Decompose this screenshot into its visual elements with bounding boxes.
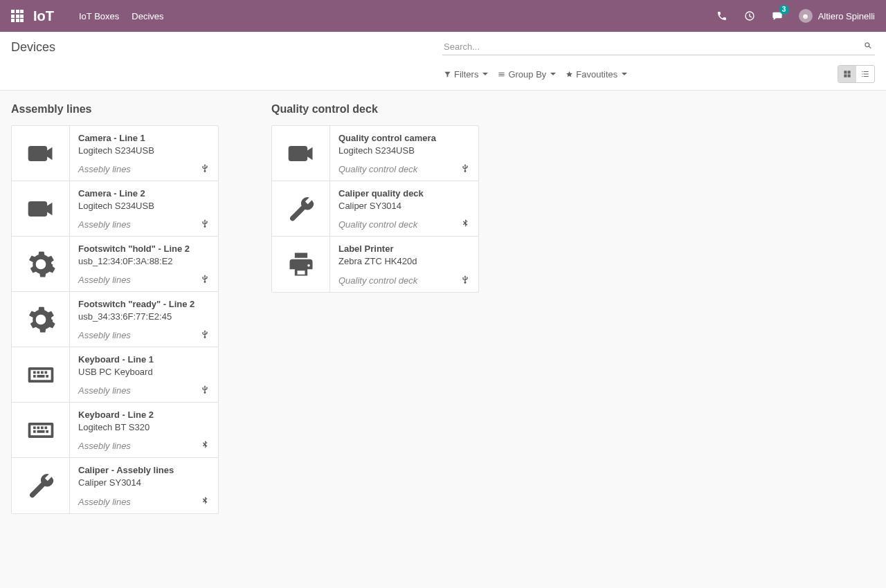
chevron-down-icon [550, 73, 556, 75]
camera-icon [272, 126, 330, 181]
device-card[interactable]: Label PrinterZebra ZTC HK420dQuality con… [272, 237, 478, 292]
card-body: Keyboard - Line 2Logitech BT S320Assebly… [70, 403, 218, 457]
user-name: Altiero Spinelli [818, 11, 875, 21]
device-title: Camera - Line 1 [78, 133, 210, 143]
search-icon[interactable] [861, 39, 875, 53]
device-card[interactable]: Quality control cameraLogitech S234USBQu… [272, 126, 478, 181]
card-body: Footswitch "ready" - Line 2usb_34:33:6F:… [70, 292, 218, 347]
device-subtitle: Logitech S234USB [78, 201, 210, 211]
device-card[interactable]: Caliper - Assebly linesCaliper SY3014Ass… [12, 458, 218, 513]
view-kanban-button[interactable] [838, 66, 856, 82]
card-footer: Assebly lines [78, 385, 210, 396]
chat-icon[interactable]: 3 [771, 10, 784, 22]
device-card[interactable]: Keyboard - Line 1USB PC KeyboardAssebly … [12, 347, 218, 403]
column-title: Quality control deck [271, 103, 479, 116]
card-body: Caliper quality deckCaliper SY3014Qualit… [330, 181, 478, 236]
wrench-icon [12, 458, 70, 513]
groupby-button[interactable]: Group By [498, 69, 556, 80]
device-subtitle: Logitech S234USB [78, 145, 210, 156]
usb-icon [460, 163, 470, 175]
filters-label: Filters [454, 69, 478, 80]
device-group-label: Assebly lines [78, 441, 131, 451]
gear-icon [12, 237, 70, 291]
groupby-label: Group By [508, 69, 546, 80]
device-title: Keyboard - Line 1 [78, 354, 210, 365]
device-title: Footswitch "hold" - Line 2 [78, 244, 210, 254]
funnel-icon [444, 71, 451, 78]
kanban-icon [842, 69, 852, 79]
nav-links: IoT Boxes Decives [79, 11, 164, 21]
device-group-label: Quality control deck [338, 164, 417, 174]
chevron-down-icon [622, 73, 627, 75]
kanban-column: Assembly linesCamera - Line 1Logitech S2… [11, 103, 219, 514]
card-footer: Quality control deck [338, 163, 470, 175]
nav-link-devices[interactable]: Decives [132, 11, 163, 21]
device-title: Caliper quality deck [338, 188, 470, 199]
view-switch [838, 65, 875, 83]
bluetooth-icon [200, 496, 210, 508]
user-menu[interactable]: ☻ Altiero Spinelli [799, 9, 875, 23]
page-title: Devices [11, 40, 55, 55]
device-subtitle: Logitech BT S320 [78, 422, 210, 432]
card-footer: Assebly lines [78, 496, 210, 508]
favourites-label: Favoutites [576, 69, 617, 80]
device-card[interactable]: Camera - Line 2Logitech S234USBAssebly l… [12, 181, 218, 237]
chat-badge: 3 [779, 5, 789, 15]
device-subtitle: Zebra ZTC HK420d [338, 256, 470, 266]
kanban-column: Quality control deckQuality control came… [271, 103, 479, 293]
card-footer: Quality control deck [338, 275, 470, 286]
usb-icon [460, 275, 470, 286]
device-subtitle: Caliper SY3014 [78, 477, 210, 488]
usb-icon [200, 385, 210, 396]
device-title: Keyboard - Line 2 [78, 410, 210, 420]
device-title: Quality control camera [338, 133, 470, 143]
keyboard-icon [12, 403, 70, 457]
card-footer: Assebly lines [78, 219, 210, 230]
bars-icon [498, 71, 505, 78]
device-subtitle: usb_34:33:6F:77:E2:45 [78, 311, 210, 322]
star-icon [566, 71, 573, 78]
device-card[interactable]: Footswitch "ready" - Line 2usb_34:33:6F:… [12, 292, 218, 347]
usb-icon [200, 329, 210, 341]
clock-icon[interactable] [743, 10, 756, 22]
bluetooth-icon [200, 440, 210, 452]
card-body: Label PrinterZebra ZTC HK420dQuality con… [330, 237, 478, 292]
device-card[interactable]: Footswitch "hold" - Line 2usb_12:34:0F:3… [12, 237, 218, 292]
card-body: Camera - Line 1Logitech S234USBAssebly l… [70, 126, 218, 181]
keyboard-icon [12, 347, 70, 402]
device-title: Caliper - Assebly lines [78, 465, 210, 475]
apps-icon[interactable] [11, 10, 24, 22]
card-body: Quality control cameraLogitech S234USBQu… [330, 126, 478, 181]
top-nav: IoT IoT Boxes Decives 3 ☻ Altiero Spinel… [0, 0, 886, 32]
usb-icon [200, 163, 210, 175]
filters-button[interactable]: Filters [444, 69, 488, 80]
card-footer: Quality control deck [338, 219, 470, 230]
device-card[interactable]: Camera - Line 1Logitech S234USBAssebly l… [12, 126, 218, 181]
card-body: Camera - Line 2Logitech S234USBAssebly l… [70, 181, 218, 236]
device-subtitle: Caliper SY3014 [338, 201, 470, 211]
device-title: Camera - Line 2 [78, 188, 210, 199]
control-bar: Devices Filters Group By Favoutites [0, 32, 886, 91]
device-group-label: Assebly lines [78, 385, 131, 396]
device-card[interactable]: Caliper quality deckCaliper SY3014Qualit… [272, 181, 478, 237]
device-subtitle: USB PC Keyboard [78, 367, 210, 377]
device-subtitle: Logitech S234USB [338, 145, 470, 156]
card-footer: Assebly lines [78, 440, 210, 452]
usb-icon [200, 219, 210, 230]
search-input[interactable] [442, 39, 875, 55]
favourites-button[interactable]: Favoutites [566, 69, 627, 80]
device-title: Footswitch "ready" - Line 2 [78, 299, 210, 309]
view-list-button[interactable] [856, 66, 874, 82]
camera-icon [12, 126, 70, 181]
nav-link-iot-boxes[interactable]: IoT Boxes [79, 11, 119, 21]
device-group-label: Quality control deck [338, 219, 417, 230]
gear-icon [12, 292, 70, 347]
kanban-board: Assembly linesCamera - Line 1Logitech S2… [0, 91, 886, 526]
card-body: Keyboard - Line 1USB PC KeyboardAssebly … [70, 347, 218, 402]
phone-icon[interactable] [716, 10, 728, 22]
wrench-icon [272, 181, 330, 236]
card-body: Footswitch "hold" - Line 2usb_12:34:0F:3… [70, 237, 218, 291]
device-subtitle: usb_12:34:0F:3A:88:E2 [78, 256, 210, 266]
avatar-icon: ☻ [799, 9, 813, 23]
device-card[interactable]: Keyboard - Line 2Logitech BT S320Assebly… [12, 403, 218, 458]
